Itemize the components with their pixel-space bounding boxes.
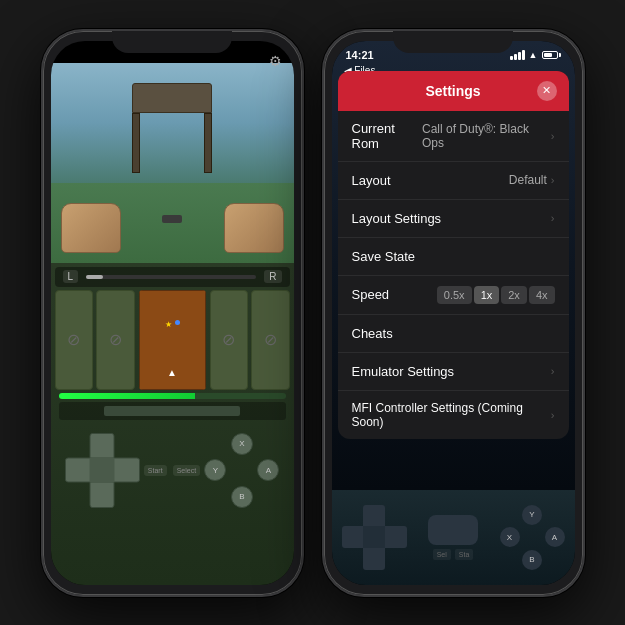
b-button[interactable]: B [231,486,253,508]
no-btn-3[interactable]: ⊘ [210,290,249,390]
gun-barrel [162,215,182,223]
power-button[interactable] [302,171,304,226]
right-b-button[interactable]: B [522,550,542,570]
battery-fill [544,53,552,57]
battery-tip [559,53,561,57]
right-silent-button[interactable] [322,121,324,143]
layout-settings-chevron: › [551,212,555,224]
settings-row-layout-settings[interactable]: Layout Settings › [338,200,569,238]
status-icons: ▲ [510,50,561,60]
status-time: 14:21 [346,49,374,61]
health-bar [59,393,286,399]
speed-buttons: 0.5x 1x 2x 4x [437,286,555,304]
start-button[interactable]: Start [144,465,167,476]
right-dpad-center [363,526,385,548]
signal-bar-2 [514,54,517,60]
current-rom-value: Call of Duty®: Black Ops › [422,122,555,150]
right-power-button[interactable] [583,171,585,226]
x-button[interactable]: X [231,433,253,455]
emulator-settings-label: Emulator Settings [352,364,455,379]
layout-value: Default › [509,173,555,187]
right-controller: Sel Sta Y X A B [332,490,575,585]
layout-chevron: › [551,174,555,186]
save-state-label: Save State [352,249,416,264]
l-button[interactable]: L [63,270,79,283]
watchtower-leg-right [204,113,212,173]
no-btn-2[interactable]: ⊘ [96,290,135,390]
select-button[interactable]: Select [173,465,200,476]
dpad[interactable] [65,433,140,508]
signal-bar-3 [518,52,521,60]
settings-row-emulator[interactable]: Emulator Settings › [338,353,569,391]
right-game-screen: 14:21 ▲ [332,41,575,585]
speed-btn-1x[interactable]: 1x [474,286,500,304]
right-vol-up-button[interactable] [322,156,324,196]
settings-row-current-rom[interactable]: Current Rom Call of Duty®: Black Ops › [338,111,569,162]
speed-btn-4x[interactable]: 4x [529,286,555,304]
right-sel-button[interactable]: Sel [433,549,451,560]
settings-body: Current Rom Call of Duty®: Black Ops › L… [338,111,569,439]
settings-close-button[interactable]: ✕ [537,81,557,101]
vol-down-button[interactable] [41,206,43,246]
grid-dot [175,320,180,325]
center-game-view: ★ [139,290,206,390]
layout-text: Default [509,173,547,187]
left-phone: ⚙ [41,29,304,597]
speed-label: Speed [352,287,390,302]
watchtower-leg-left [132,113,140,173]
current-rom-text: Call of Duty®: Black Ops [422,122,547,150]
settings-row-cheats[interactable]: Cheats [338,315,569,353]
watchtower-top [132,83,212,113]
controller-area: L R ⊘ [51,263,294,585]
controller-middle: ⊘ ⊘ ★ ⊘ [55,290,290,390]
left-game-screen: ⚙ [51,41,294,585]
signal-icon [510,50,525,60]
dpad-center [90,458,115,483]
watchtower-legs [132,113,212,173]
speed-btn-2x[interactable]: 2x [501,286,527,304]
settings-row-layout[interactable]: Layout Default › [338,162,569,200]
right-sta-button[interactable]: Sta [455,549,474,560]
right-center-buttons: Sel Sta [428,515,478,560]
settings-row-speed[interactable]: Speed 0.5x 1x 2x 4x [338,276,569,315]
right-small-buttons: Sel Sta [433,549,474,560]
phones-container: ⚙ [31,19,595,607]
hand-left [61,203,121,253]
settings-row-save-state[interactable]: Save State [338,238,569,276]
speed-btn-0.5x[interactable]: 0.5x [437,286,472,304]
right-status-bar: 14:21 ▲ [332,41,575,65]
right-a-button[interactable]: A [545,527,565,547]
silent-button[interactable] [41,121,43,143]
watchtower [132,83,212,183]
r-button[interactable]: R [264,270,281,283]
settings-gear-icon[interactable]: ⚙ [269,53,282,69]
battery-body [542,51,558,59]
settings-header: Settings ✕ [338,71,569,111]
right-side-buttons: ⊘ ⊘ [210,290,290,390]
left-side-buttons: ⊘ ⊘ [55,290,135,390]
right-t-button[interactable] [428,515,478,545]
right-x-button[interactable]: X [500,527,520,547]
game-scene [51,63,294,263]
controller-bottom: Start Select X Y A B [55,423,290,518]
vol-up-button[interactable] [41,156,43,196]
cheats-label: Cheats [352,326,393,341]
lr-buttons: L [63,270,79,283]
layout-label: Layout [352,173,391,188]
right-y-button[interactable]: Y [522,505,542,525]
right-dpad[interactable] [342,505,407,570]
right-face-buttons: Y X A B [500,505,565,570]
left-phone-screen: ⚙ [51,41,294,585]
wifi-icon: ▲ [529,50,538,60]
emulator-settings-chevron: › [551,365,555,377]
a-button[interactable]: A [257,459,279,481]
no-btn-1[interactable]: ⊘ [55,290,94,390]
y-button[interactable]: Y [204,459,226,481]
right-vol-down-button[interactable] [322,206,324,246]
settings-row-mfi[interactable]: MFI Controller Settings (Coming Soon) › [338,391,569,439]
signal-bar-1 [510,56,513,60]
current-rom-label: Current Rom [352,121,423,151]
layout-settings-label: Layout Settings [352,211,442,226]
no-btn-4[interactable]: ⊘ [251,290,290,390]
face-buttons: X Y A B [204,433,279,508]
